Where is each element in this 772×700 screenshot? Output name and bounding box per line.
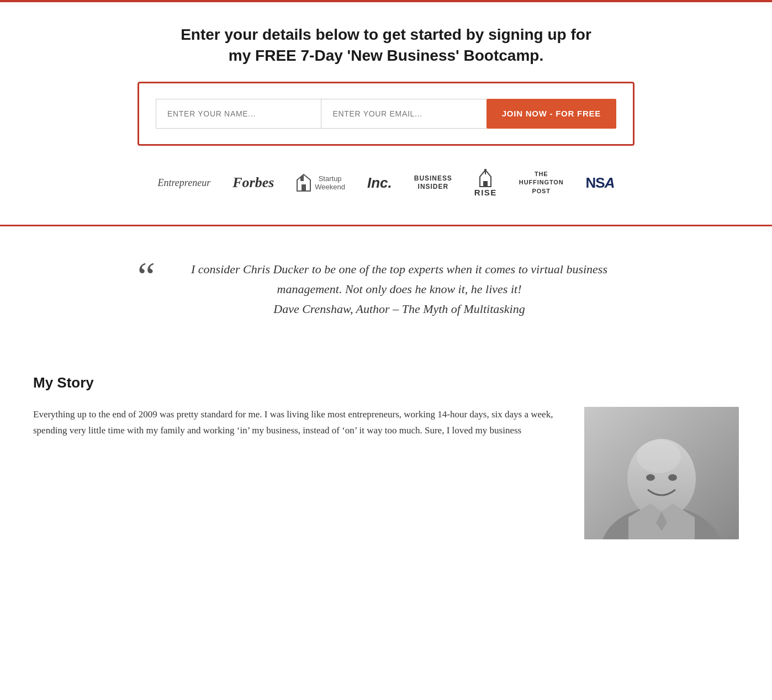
my-story-section: My Story Everything up to the end of 200…	[0, 352, 772, 561]
svg-point-13	[668, 474, 677, 481]
quote-mark: “	[138, 265, 155, 289]
my-story-photo	[584, 407, 739, 539]
signup-form-box: JOIN NOW - FOR FREE	[138, 82, 634, 146]
testimonial-attribution: Dave Crenshaw, Author – The Myth of Mult…	[273, 302, 525, 316]
my-story-title: My Story	[33, 374, 739, 391]
join-now-button[interactable]: JOIN NOW - FOR FREE	[487, 99, 616, 129]
email-input[interactable]	[321, 99, 486, 129]
my-story-content: Everything up to the end of 2009 was pre…	[33, 407, 739, 539]
headline-line2: my FREE 7-Day 'New Business' Bootcamp.	[229, 47, 543, 64]
svg-rect-2	[302, 184, 306, 191]
signup-section: Enter your details below to get started …	[0, 2, 772, 225]
headline-line1: Enter your details below to get started …	[181, 26, 591, 43]
press-logos-row: Entrepreneur Forbes Startup Weekend Inc.…	[33, 163, 739, 208]
testimonial-section: “ I consider Chris Ducker to be one of t…	[0, 226, 772, 353]
person-photo-svg	[584, 407, 739, 539]
signup-headline: Enter your details below to get started …	[171, 24, 601, 66]
name-input[interactable]	[156, 99, 321, 129]
press-logo-nsa: NSA	[586, 174, 615, 192]
press-logo-inc: Inc.	[367, 174, 392, 192]
press-logo-rise: RISE	[474, 169, 497, 197]
svg-rect-6	[483, 181, 488, 187]
press-logo-startup-weekend: Startup Weekend	[296, 173, 345, 192]
press-logo-forbes: Forbes	[232, 174, 274, 191]
startup-weekend-icon	[296, 173, 311, 192]
press-logo-business-insider: BUSINESS INSIDER	[414, 174, 452, 192]
press-logo-huffington-post: THE HUFFINGTON POST	[519, 170, 564, 195]
svg-point-12	[646, 474, 655, 481]
svg-point-11	[637, 440, 681, 473]
rise-icon	[477, 169, 494, 188]
press-logo-entrepreneur: Entrepreneur	[158, 177, 211, 189]
testimonial-text: I consider Chris Ducker to be one of the…	[164, 259, 634, 320]
my-story-paragraph: Everything up to the end of 2009 was pre…	[33, 407, 562, 439]
